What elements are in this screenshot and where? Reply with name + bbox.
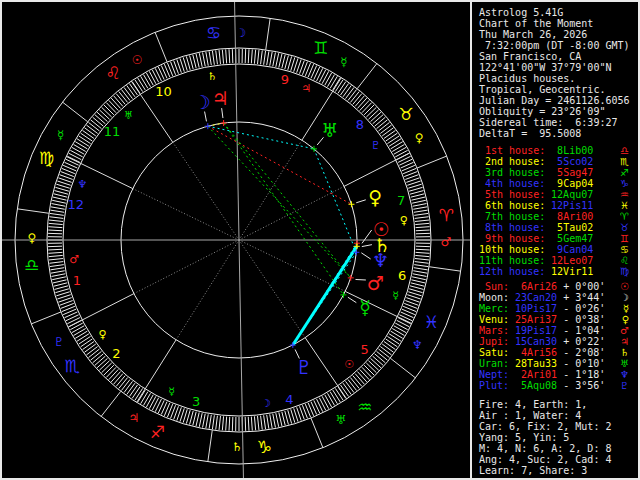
house-row: 12th house:12Vir11♍ [479,266,638,277]
planet-glyph-icon: ♀ [622,314,629,325]
chart-wheel-area: ☉☽☿♀♂♃♄♅♆♇♈♂♉♀♊☿♋☽♌☉♍☿♎♀♏♇♐♃♑♄♒♅♓♆1♂2♀3☿… [2,2,470,478]
planet-value: 5Aqu08 [509,380,557,391]
planet-glyph-icon: ♆ [620,369,629,380]
house-cusp-list: 1st house:8Lib00♎ 2nd house:5Sco02♏ 3rd … [479,145,638,277]
planet-glyph-pluto: ♇ [295,356,312,378]
planet-label: Sun: [479,281,509,292]
house-cusp-lines [2,2,470,478]
house-row: 6th house:12Pis11♓ [479,200,638,211]
house-ruler-glyph-12: ♆ [77,178,87,191]
house-glyph-icon: ♌ [620,255,629,266]
cusp-spoke-dotted [239,186,344,240]
planet-row: Nept: 2Ari01 - 1°18'♆ [479,369,638,380]
sign-glyph-taurus: ♉ [398,104,413,124]
planet-row: Merc:10Pis17 - 0°26'☿ [479,303,638,314]
stat-ang-suc-cad: Ang: 4, Suc: 2, Cad: 4 [479,454,638,465]
house-ruler-glyph-3: ☿ [168,385,175,398]
sign-glyph-aquarius: ♒ [357,397,372,417]
zodiac-mode: Tropical, Geocentric. [479,84,638,95]
stat-yang-yin: Yang: 5, Yin: 5 [479,432,638,443]
planet-daily-motion: - 1°18' [557,369,605,380]
house-label: 11th house: [479,255,545,266]
sign-ruler-glyph-leo: ☉ [132,53,143,67]
planet-marker-jupiter [221,120,227,126]
house-value: 5Sag47 [545,167,593,178]
chart-location: San Francisco, CA [479,51,638,62]
house-glyph-icon: ♋ [620,244,629,255]
sign-glyph-leo: ♌ [106,63,121,83]
sign-glyph-sagittarius: ♐ [150,422,165,442]
chart-date: Thu March 26, 2026 [479,29,638,40]
sign-ruler-glyph-scorpio: ♇ [53,335,64,349]
planet-daily-motion: + 0°22' [557,336,605,347]
stat-modes: Car: 6, Fix: 2, Mut: 2 [479,421,638,432]
planet-glyph-moon: ☽ [193,91,210,113]
sign-ruler-glyph-capricorn: ♄ [232,440,243,454]
planet-row: Uran:28Tau33 - 0°10'♅ [479,358,638,369]
house-row: 1st house:8Lib00♎ [479,145,638,156]
house-ruler-glyph-7: ♀ [400,214,408,227]
house-number-8: 8 [356,117,364,132]
planet-row: Satu: 4Ari56 - 2°08'♄ [479,347,638,358]
stats-block: Fire: 4, Earth: 1, Air : 1, Water: 4 Car… [479,399,638,476]
planet-marker-moon [205,123,211,129]
planet-pointer-line [362,245,372,247]
planet-value: 6Ari26 [509,281,557,292]
house-value: 9Can04 [545,244,593,255]
stat-fire-earth: Fire: 4, Earth: 1, [479,399,638,410]
house-label: 5th house: [479,189,545,200]
planet-label: Moon: [479,292,509,303]
cusp-spoke-dotted [239,240,345,291]
house-value: 9Cap04 [545,178,593,189]
planet-value: 28Tau33 [509,358,557,369]
sign-ruler-glyph-sagittarius: ♃ [129,411,140,425]
chart-coordinates: 122°41'00"W 37°79'00"N [479,62,638,73]
sign-glyph-cancer: ♋ [206,23,221,43]
aspect-trine-jupiter-mars [224,123,351,278]
house-label: 10th house: [479,244,545,255]
house-system: Placidus houses. [479,73,638,84]
obliquity: Obliquity = 23°26'09" [479,106,638,117]
sign-glyph-capricorn: ♑ [257,437,272,457]
house-glyph-icon: ♒ [620,189,629,200]
planet-daily-motion: + 0°00' [557,281,605,292]
aspect-trine-jupiter-mercury [224,123,344,295]
planet-glyph-icon: ♅ [620,358,629,369]
house-row: 11th house:12Leo07♌ [479,255,638,266]
planet-daily-motion: - 2°08' [557,347,605,358]
sign-ruler-glyph-pisces: ♆ [412,338,423,352]
planet-glyph-uranus: ♅ [321,119,338,141]
sign-ruler-glyph-gemini: ☿ [340,55,347,69]
planet-row: Mars:19Pis17 - 1°04'♂ [479,325,638,336]
house-number-9: 9 [281,72,289,87]
house-glyph-icon: ♐ [620,167,629,178]
house-value: 12Vir11 [545,266,593,277]
planet-daily-motion: - 0°26' [557,303,605,314]
planet-glyph-icon: ♇ [620,380,629,391]
house-label: 2nd house: [479,156,545,167]
aspect-lines [208,123,357,345]
planet-daily-motion: - 1°04' [557,325,605,336]
house-label: 6th house: [479,200,545,211]
house-row: 5th house:12Aqu07♒ [479,189,638,200]
chart-wheel-svg: ☉☽☿♀♂♃♄♅♆♇♈♂♉♀♊☿♋☽♌☉♍☿♎♀♏♇♐♃♑♄♒♅♓♆1♂2♀3☿… [2,2,470,478]
planet-label: Merc: [479,303,509,314]
cusp-spoke-dotted [176,240,239,340]
house-value: 8Ari00 [545,211,593,222]
planet-pointer-line [362,230,372,243]
house-row: 8th house:5Tau02♉ [479,222,638,233]
sign-glyph-virgo: ♍ [39,148,54,168]
planet-row: Plut: 5Aqu08 - 3°56'♇ [479,380,638,391]
planet-value: 19Pis17 [509,325,557,336]
sign-ruler-glyph-aquarius: ♅ [336,413,347,427]
sign-ruler-glyph-libra: ♀ [28,231,37,245]
house-label: 7th house: [479,211,545,222]
house-ruler-glyph-2: ♀ [99,328,107,341]
planet-pointer-line [355,279,365,280]
house-label: 12th house: [479,266,545,277]
house-ruler-glyph-10: ♄ [207,70,217,83]
planet-glyph-mercury: ☿ [359,296,371,318]
app-title: Astrolog 5.41G [479,7,638,18]
planet-glyph-icon: ☉ [620,281,629,292]
planet-row: Sun: 6Ari26 + 0°00'☉ [479,281,638,292]
